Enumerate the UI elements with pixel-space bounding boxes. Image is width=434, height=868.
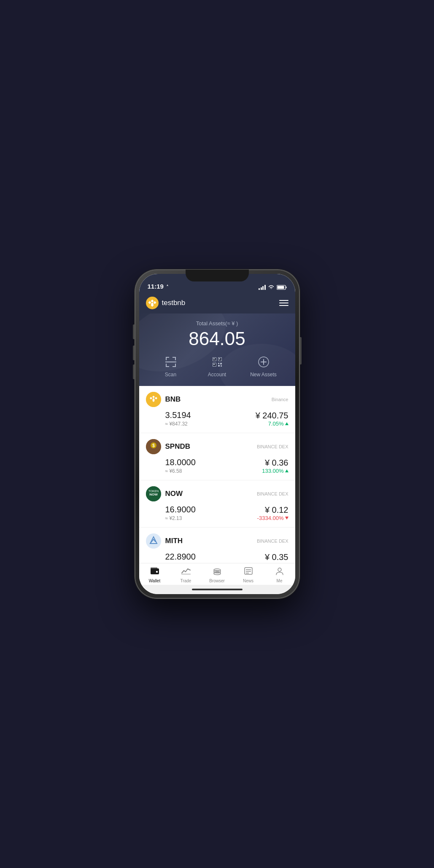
header-left: testbnb: [146, 297, 186, 309]
tab-news[interactable]: News: [233, 567, 264, 583]
asset-amount-mith: 22.8900: [165, 552, 196, 562]
svg-rect-28: [218, 363, 219, 364]
asset-name-group-spndb: $ SPNDB: [146, 439, 191, 454]
assets-list: BNB Binance 3.5194 ≈ ¥847.32 ¥ 240.75 7.…: [139, 386, 295, 563]
notch: [186, 270, 249, 281]
asset-item-bnb[interactable]: BNB Binance 3.5194 ≈ ¥847.32 ¥ 240.75 7.…: [139, 386, 295, 433]
tab-me[interactable]: Me: [264, 567, 295, 583]
wallet-icon: [150, 567, 159, 577]
svg-rect-14: [166, 366, 169, 367]
asset-price-now: ¥ 0.12: [257, 505, 288, 515]
status-time: 11:19: [148, 283, 170, 290]
svg-rect-1: [286, 287, 286, 288]
asset-approx-spndb: ≈ ¥6.58: [165, 468, 196, 474]
svg-text:TOKEN: TOKEN: [148, 490, 159, 493]
hero-actions: Scan: [148, 356, 287, 378]
new-assets-action[interactable]: New Assets: [240, 356, 287, 378]
svg-rect-21: [214, 359, 215, 359]
menu-button[interactable]: [279, 300, 288, 306]
tab-trade[interactable]: Trade: [170, 567, 202, 583]
tab-browser-label: Browser: [209, 579, 225, 583]
asset-name-group-now: NOW TOKEN NOW: [146, 486, 183, 501]
tab-browser[interactable]: Browser: [202, 567, 233, 583]
arrow-up-bnb: [285, 422, 288, 425]
tab-wallet-label: Wallet: [149, 579, 160, 583]
asset-price-group-mith: ¥ 0.35 -751.00%: [260, 552, 288, 563]
tab-news-label: News: [243, 579, 253, 583]
svg-point-32: [259, 357, 269, 367]
asset-exchange-bnb: Binance: [272, 397, 288, 402]
svg-point-47: [146, 533, 161, 549]
asset-amount-bnb: 3.5194: [165, 410, 191, 420]
svg-text:NOW: NOW: [149, 493, 158, 496]
asset-amount-spndb: 18.0000: [165, 458, 196, 467]
tab-wallet[interactable]: Wallet: [139, 567, 170, 583]
asset-price-spndb: ¥ 0.36: [262, 458, 288, 468]
arrow-down-now: [285, 517, 288, 520]
asset-amount-now: 16.9000: [165, 505, 196, 514]
status-icons: [259, 285, 287, 290]
svg-rect-2: [277, 286, 284, 289]
asset-approx-bnb: ≈ ¥847.32: [165, 421, 191, 427]
svg-rect-24: [219, 358, 220, 359]
asset-name-group-mith: MITH: [146, 533, 183, 549]
asset-price-group-spndb: ¥ 0.36 133.00%: [262, 458, 288, 474]
svg-rect-15: [175, 364, 176, 367]
svg-rect-17: [165, 362, 176, 362]
new-assets-icon: [258, 356, 270, 370]
asset-logo-now: NOW TOKEN: [146, 486, 161, 501]
bnb-logo: [146, 297, 159, 309]
tab-bar: Wallet Trade: [139, 563, 295, 585]
asset-change-now: -3334.00%: [257, 515, 288, 521]
asset-price-group-bnb: ¥ 240.75 7.05%: [256, 411, 288, 427]
svg-rect-52: [181, 574, 191, 574]
header-title: testbnb: [162, 299, 186, 307]
me-icon: [275, 567, 284, 577]
tab-me-label: Me: [277, 579, 283, 583]
svg-point-60: [278, 568, 281, 571]
signal-icon: [259, 285, 266, 290]
asset-logo-spndb: $: [146, 439, 161, 454]
account-icon: [211, 356, 223, 370]
account-label: Account: [208, 372, 226, 378]
svg-rect-13: [166, 364, 167, 367]
location-icon: [165, 284, 170, 289]
svg-rect-9: [166, 357, 169, 358]
svg-rect-27: [213, 364, 215, 365]
account-action[interactable]: Account: [194, 356, 240, 378]
time-display: 11:19: [148, 283, 164, 290]
svg-rect-12: [175, 357, 176, 360]
asset-approx-now: ≈ ¥2.13: [165, 515, 196, 521]
svg-rect-51: [151, 568, 157, 569]
svg-rect-16: [173, 366, 176, 367]
scan-icon: [165, 356, 177, 370]
browser-icon: [213, 567, 222, 577]
asset-item-spndb[interactable]: $ SPNDB BINANCE DEX 18.0000 ≈ ¥6.58: [139, 433, 295, 480]
home-indicator: [139, 585, 295, 594]
asset-price-bnb: ¥ 240.75: [256, 411, 288, 421]
scan-action[interactable]: Scan: [148, 356, 194, 378]
svg-rect-30: [218, 365, 220, 367]
svg-text:$: $: [152, 443, 155, 448]
new-assets-label: New Assets: [250, 372, 277, 378]
svg-rect-31: [221, 365, 222, 367]
asset-name-bnb: BNB: [165, 395, 181, 404]
trade-icon: [181, 567, 191, 577]
news-icon: [244, 567, 253, 577]
phone-frame: 11:19: [135, 270, 299, 598]
asset-item-mith[interactable]: MITH BINANCE DEX 22.8900 ≈ ¥8.02 ¥ 0.35 …: [139, 528, 295, 563]
asset-logo-mith: [146, 533, 161, 549]
asset-name-now: NOW: [165, 490, 183, 498]
asset-item-now[interactable]: NOW TOKEN NOW BINANCE DEX 16.9000 ≈ ¥2.1…: [139, 480, 295, 528]
scan-label: Scan: [165, 372, 176, 378]
battery-icon: [277, 285, 287, 290]
total-assets-label: Total Assets(≈ ¥ ): [148, 320, 287, 327]
total-assets-value: 864.05: [148, 328, 287, 349]
menu-line-2: [279, 303, 288, 303]
asset-change-bnb: 7.05%: [256, 421, 288, 427]
screen: 11:19: [139, 274, 295, 594]
svg-rect-29: [220, 363, 222, 364]
tab-trade-label: Trade: [181, 579, 191, 583]
wifi-icon: [268, 285, 275, 290]
hero-section: Total Assets(≈ ¥ ) 864.05: [139, 313, 295, 386]
